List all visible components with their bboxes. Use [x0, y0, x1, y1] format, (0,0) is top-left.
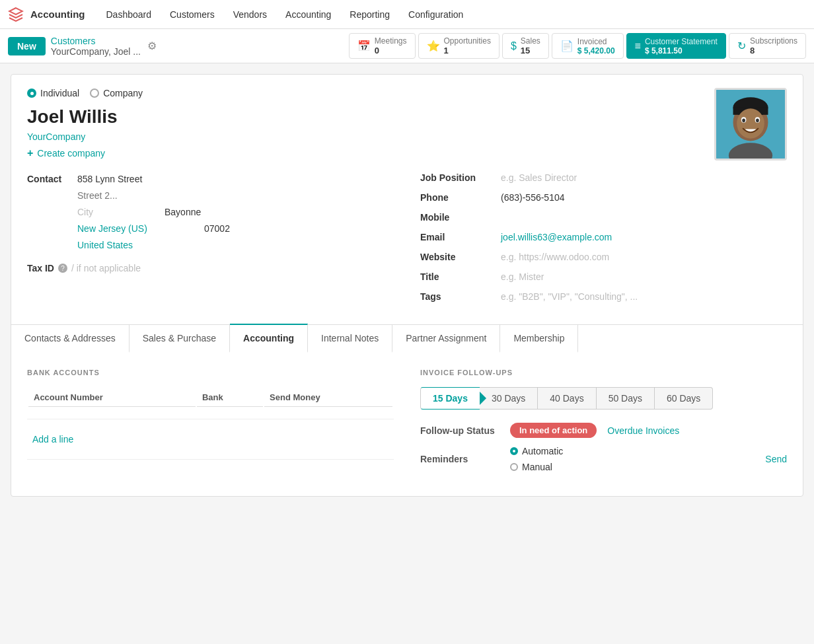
title-input[interactable]: e.g. Mister [501, 271, 544, 282]
customer-statement-button[interactable]: ≡ Customer Statement $ 5,811.50 [626, 33, 726, 59]
meetings-button[interactable]: 📅 Meetings 0 [349, 33, 416, 59]
country-field[interactable]: United States [77, 238, 133, 252]
gear-icon[interactable]: ⚙ [147, 40, 157, 52]
breadcrumb-nav: Customers YourCompany, Joel ... ⚙ [51, 36, 157, 57]
followup-status-row: Follow-up Status In need of action Overd… [420, 423, 787, 438]
invoiced-button[interactable]: 📄 Invoiced $ 5,420.00 [552, 33, 624, 59]
automatic-radio[interactable] [510, 447, 518, 455]
website-input[interactable]: e.g. https://www.odoo.com [501, 252, 609, 262]
tax-id-label: Tax ID [27, 263, 54, 273]
email-row: Email joel.willis63@example.com [420, 232, 787, 242]
zip-field[interactable]: 07002 [204, 222, 257, 236]
new-button[interactable]: New [8, 37, 46, 55]
followup-days: 15 Days 30 Days 40 Days 50 Days 60 Days [420, 387, 787, 410]
individual-option[interactable]: Individual [27, 88, 79, 98]
job-position-input[interactable]: e.g. Sales Director [501, 172, 577, 183]
app-logo [8, 7, 24, 22]
day-30-btn[interactable]: 30 Days [480, 387, 538, 410]
street1-input[interactable] [77, 172, 242, 186]
create-company-button[interactable]: + Create company [27, 147, 105, 159]
day-60-btn[interactable]: 60 Days [655, 387, 713, 410]
job-position-row: Job Position e.g. Sales Director [420, 172, 787, 183]
email-value[interactable]: joel.willis63@example.com [501, 232, 612, 242]
send-link[interactable]: Send [765, 454, 787, 464]
individual-radio[interactable] [27, 89, 36, 98]
phone-label: Phone [420, 192, 493, 203]
tab-accounting[interactable]: Accounting [230, 324, 308, 353]
city-input[interactable] [165, 205, 244, 219]
day-15-btn[interactable]: 15 Days [420, 387, 480, 410]
svg-point-8 [756, 118, 759, 122]
top-navigation: Accounting Dashboard Customers Vendors A… [0, 0, 814, 29]
phone-value[interactable]: (683)-556-5104 [501, 192, 565, 203]
title-row: Title e.g. Mister [420, 271, 787, 282]
svg-point-4 [737, 108, 764, 138]
day-40-btn[interactable]: 40 Days [538, 387, 596, 410]
street2-row [77, 189, 394, 203]
tax-id-input[interactable]: / if not applicable [71, 263, 141, 273]
add-line-button[interactable]: Add a line [27, 430, 394, 448]
star-icon: ⭐ [427, 40, 440, 52]
statement-label: Customer Statement [645, 37, 718, 46]
followups-title: INVOICE FOLLOW-UPS [420, 369, 787, 376]
company-option[interactable]: Company [90, 88, 143, 98]
nav-accounting[interactable]: Accounting [278, 0, 339, 29]
action-bar: New Customers YourCompany, Joel ... ⚙ 📅 … [0, 29, 814, 63]
meetings-value: 0 [375, 46, 379, 55]
company-radio[interactable] [90, 89, 99, 98]
col-bank: Bank [197, 388, 263, 407]
breadcrumb-customers[interactable]: Customers [51, 36, 141, 46]
company-field[interactable]: YourCompany [27, 131, 787, 142]
form-right: Job Position e.g. Sales Director Phone (… [420, 172, 787, 311]
invoice-icon: 📄 [560, 40, 574, 52]
street1-row [77, 172, 394, 186]
contact-label: Contact [27, 172, 67, 255]
avatar[interactable] [714, 88, 787, 161]
opportunities-label: Opportunities [444, 36, 491, 46]
nav-reporting[interactable]: Reporting [342, 0, 398, 29]
reminders-options: Automatic Manual [510, 446, 563, 472]
tab-sales-purchase[interactable]: Sales & Purchase [130, 325, 230, 353]
subscription-icon: ↻ [737, 40, 746, 52]
form-columns: Contact City New Jersey ( [27, 172, 787, 311]
contact-name[interactable]: Joel Willis [27, 106, 357, 127]
accounts-table-header: Account Number Bank Send Money [28, 388, 392, 407]
form-area: Individual Company Joel Willis YourCompa… [11, 75, 803, 324]
subscriptions-button[interactable]: ↻ Subscriptions 8 [729, 33, 806, 59]
bank-accounts-title: BANK ACCOUNTS [27, 369, 394, 376]
dollar-icon: $ [511, 40, 517, 52]
statement-value: $ 5,811.50 [645, 46, 683, 55]
nav-configuration[interactable]: Configuration [400, 0, 471, 29]
job-position-label: Job Position [420, 172, 493, 183]
state-field[interactable]: New Jersey (US) [77, 222, 196, 236]
country-row: United States [77, 238, 394, 252]
main-content: Individual Company Joel Willis YourCompa… [11, 74, 803, 497]
tab-membership[interactable]: Membership [500, 325, 578, 353]
mobile-row: Mobile [420, 212, 787, 223]
day-50-btn[interactable]: 50 Days [597, 387, 655, 410]
sales-button[interactable]: $ Sales 15 [502, 33, 549, 59]
bank-accounts-col: BANK ACCOUNTS Account Number Bank Send M… [27, 369, 394, 480]
opportunities-button[interactable]: ⭐ Opportunities 1 [418, 33, 500, 59]
tax-id-help-icon[interactable]: ? [58, 264, 67, 273]
tab-contacts-addresses[interactable]: Contacts & Addresses [11, 325, 130, 353]
subscriptions-value: 8 [750, 46, 755, 55]
overdue-invoices-link[interactable]: Overdue Invoices [607, 425, 679, 436]
automatic-option[interactable]: Automatic [510, 446, 563, 456]
nav-dashboard[interactable]: Dashboard [98, 0, 160, 29]
manual-radio[interactable] [510, 463, 518, 471]
nav-customers[interactable]: Customers [162, 0, 223, 29]
mobile-label: Mobile [420, 212, 493, 223]
svg-point-7 [742, 118, 745, 122]
tags-input[interactable]: e.g. "B2B", "VIP", "Consulting", ... [501, 291, 638, 302]
col-account-number: Account Number [28, 388, 196, 407]
breadcrumb-current: YourCompany, Joel ... [51, 46, 141, 57]
nav-vendors[interactable]: Vendors [225, 0, 275, 29]
accounting-tab-content: BANK ACCOUNTS Account Number Bank Send M… [11, 353, 803, 496]
manual-option[interactable]: Manual [510, 462, 563, 472]
street2-input[interactable] [77, 189, 242, 203]
stat-buttons: 📅 Meetings 0 ⭐ Opportunities 1 $ Sales 1… [349, 33, 806, 59]
tab-internal-notes[interactable]: Internal Notes [308, 325, 392, 353]
title-label: Title [420, 271, 493, 282]
tab-partner-assignment[interactable]: Partner Assignment [392, 325, 500, 353]
